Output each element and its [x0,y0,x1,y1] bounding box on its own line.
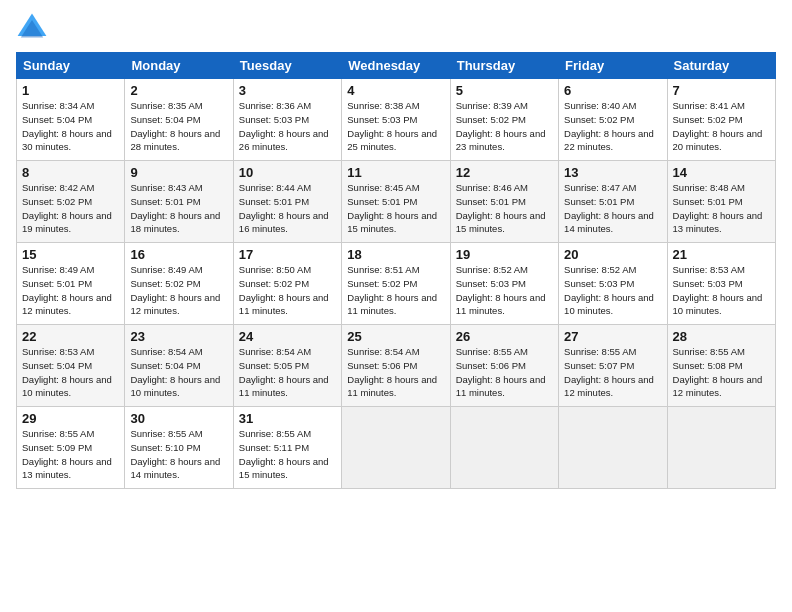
day-info: Sunrise: 8:47 AM Sunset: 5:01 PM Dayligh… [564,181,661,236]
empty-cell-4-4 [450,407,558,489]
day-cell-3: 3 Sunrise: 8:36 AM Sunset: 5:03 PM Dayli… [233,79,341,161]
day-number: 14 [673,165,770,180]
day-info: Sunrise: 8:55 AM Sunset: 5:10 PM Dayligh… [130,427,227,482]
day-info: Sunrise: 8:52 AM Sunset: 5:03 PM Dayligh… [456,263,553,318]
day-info: Sunrise: 8:48 AM Sunset: 5:01 PM Dayligh… [673,181,770,236]
day-info: Sunrise: 8:44 AM Sunset: 5:01 PM Dayligh… [239,181,336,236]
empty-cell-4-5 [559,407,667,489]
day-cell-8: 8 Sunrise: 8:42 AM Sunset: 5:02 PM Dayli… [17,161,125,243]
header-monday: Monday [125,53,233,79]
day-info: Sunrise: 8:41 AM Sunset: 5:02 PM Dayligh… [673,99,770,154]
day-info: Sunrise: 8:52 AM Sunset: 5:03 PM Dayligh… [564,263,661,318]
header [16,12,776,44]
day-cell-6: 6 Sunrise: 8:40 AM Sunset: 5:02 PM Dayli… [559,79,667,161]
day-number: 22 [22,329,119,344]
day-info: Sunrise: 8:55 AM Sunset: 5:08 PM Dayligh… [673,345,770,400]
day-number: 19 [456,247,553,262]
day-number: 12 [456,165,553,180]
day-number: 8 [22,165,119,180]
day-cell-10: 10 Sunrise: 8:44 AM Sunset: 5:01 PM Dayl… [233,161,341,243]
day-number: 20 [564,247,661,262]
calendar: Sunday Monday Tuesday Wednesday Thursday… [16,52,776,489]
week-row-4: 22 Sunrise: 8:53 AM Sunset: 5:04 PM Dayl… [17,325,776,407]
header-saturday: Saturday [667,53,775,79]
day-cell-19: 19 Sunrise: 8:52 AM Sunset: 5:03 PM Dayl… [450,243,558,325]
day-number: 23 [130,329,227,344]
day-cell-4: 4 Sunrise: 8:38 AM Sunset: 5:03 PM Dayli… [342,79,450,161]
day-number: 18 [347,247,444,262]
day-cell-26: 26 Sunrise: 8:55 AM Sunset: 5:06 PM Dayl… [450,325,558,407]
day-cell-18: 18 Sunrise: 8:51 AM Sunset: 5:02 PM Dayl… [342,243,450,325]
empty-cell-4-3 [342,407,450,489]
day-info: Sunrise: 8:55 AM Sunset: 5:11 PM Dayligh… [239,427,336,482]
day-number: 29 [22,411,119,426]
day-number: 4 [347,83,444,98]
day-cell-15: 15 Sunrise: 8:49 AM Sunset: 5:01 PM Dayl… [17,243,125,325]
day-cell-27: 27 Sunrise: 8:55 AM Sunset: 5:07 PM Dayl… [559,325,667,407]
day-cell-20: 20 Sunrise: 8:52 AM Sunset: 5:03 PM Dayl… [559,243,667,325]
day-cell-21: 21 Sunrise: 8:53 AM Sunset: 5:03 PM Dayl… [667,243,775,325]
day-number: 16 [130,247,227,262]
day-info: Sunrise: 8:45 AM Sunset: 5:01 PM Dayligh… [347,181,444,236]
day-info: Sunrise: 8:53 AM Sunset: 5:04 PM Dayligh… [22,345,119,400]
day-info: Sunrise: 8:42 AM Sunset: 5:02 PM Dayligh… [22,181,119,236]
day-number: 17 [239,247,336,262]
day-info: Sunrise: 8:40 AM Sunset: 5:02 PM Dayligh… [564,99,661,154]
day-info: Sunrise: 8:55 AM Sunset: 5:09 PM Dayligh… [22,427,119,482]
day-info: Sunrise: 8:49 AM Sunset: 5:01 PM Dayligh… [22,263,119,318]
day-info: Sunrise: 8:54 AM Sunset: 5:05 PM Dayligh… [239,345,336,400]
empty-cell-4-6 [667,407,775,489]
day-number: 30 [130,411,227,426]
day-info: Sunrise: 8:46 AM Sunset: 5:01 PM Dayligh… [456,181,553,236]
day-info: Sunrise: 8:38 AM Sunset: 5:03 PM Dayligh… [347,99,444,154]
day-cell-12: 12 Sunrise: 8:46 AM Sunset: 5:01 PM Dayl… [450,161,558,243]
day-info: Sunrise: 8:54 AM Sunset: 5:06 PM Dayligh… [347,345,444,400]
day-cell-14: 14 Sunrise: 8:48 AM Sunset: 5:01 PM Dayl… [667,161,775,243]
day-info: Sunrise: 8:34 AM Sunset: 5:04 PM Dayligh… [22,99,119,154]
day-cell-30: 30 Sunrise: 8:55 AM Sunset: 5:10 PM Dayl… [125,407,233,489]
day-cell-25: 25 Sunrise: 8:54 AM Sunset: 5:06 PM Dayl… [342,325,450,407]
day-number: 10 [239,165,336,180]
day-number: 26 [456,329,553,344]
day-info: Sunrise: 8:51 AM Sunset: 5:02 PM Dayligh… [347,263,444,318]
day-info: Sunrise: 8:36 AM Sunset: 5:03 PM Dayligh… [239,99,336,154]
day-cell-13: 13 Sunrise: 8:47 AM Sunset: 5:01 PM Dayl… [559,161,667,243]
week-row-2: 8 Sunrise: 8:42 AM Sunset: 5:02 PM Dayli… [17,161,776,243]
week-row-1: 1 Sunrise: 8:34 AM Sunset: 5:04 PM Dayli… [17,79,776,161]
day-info: Sunrise: 8:54 AM Sunset: 5:04 PM Dayligh… [130,345,227,400]
day-cell-23: 23 Sunrise: 8:54 AM Sunset: 5:04 PM Dayl… [125,325,233,407]
day-cell-29: 29 Sunrise: 8:55 AM Sunset: 5:09 PM Dayl… [17,407,125,489]
header-friday: Friday [559,53,667,79]
day-info: Sunrise: 8:43 AM Sunset: 5:01 PM Dayligh… [130,181,227,236]
header-sunday: Sunday [17,53,125,79]
logo-icon [16,12,48,44]
week-row-5: 29 Sunrise: 8:55 AM Sunset: 5:09 PM Dayl… [17,407,776,489]
page: Sunday Monday Tuesday Wednesday Thursday… [0,0,792,612]
header-wednesday: Wednesday [342,53,450,79]
day-cell-22: 22 Sunrise: 8:53 AM Sunset: 5:04 PM Dayl… [17,325,125,407]
day-number: 7 [673,83,770,98]
day-number: 1 [22,83,119,98]
day-number: 21 [673,247,770,262]
day-cell-28: 28 Sunrise: 8:55 AM Sunset: 5:08 PM Dayl… [667,325,775,407]
day-info: Sunrise: 8:50 AM Sunset: 5:02 PM Dayligh… [239,263,336,318]
day-cell-31: 31 Sunrise: 8:55 AM Sunset: 5:11 PM Dayl… [233,407,341,489]
day-info: Sunrise: 8:53 AM Sunset: 5:03 PM Dayligh… [673,263,770,318]
weekday-header-row: Sunday Monday Tuesday Wednesday Thursday… [17,53,776,79]
day-cell-7: 7 Sunrise: 8:41 AM Sunset: 5:02 PM Dayli… [667,79,775,161]
day-cell-17: 17 Sunrise: 8:50 AM Sunset: 5:02 PM Dayl… [233,243,341,325]
header-tuesday: Tuesday [233,53,341,79]
day-info: Sunrise: 8:55 AM Sunset: 5:06 PM Dayligh… [456,345,553,400]
day-number: 24 [239,329,336,344]
day-info: Sunrise: 8:49 AM Sunset: 5:02 PM Dayligh… [130,263,227,318]
day-cell-1: 1 Sunrise: 8:34 AM Sunset: 5:04 PM Dayli… [17,79,125,161]
day-number: 5 [456,83,553,98]
day-number: 2 [130,83,227,98]
day-number: 15 [22,247,119,262]
day-number: 6 [564,83,661,98]
day-number: 9 [130,165,227,180]
day-cell-9: 9 Sunrise: 8:43 AM Sunset: 5:01 PM Dayli… [125,161,233,243]
day-number: 13 [564,165,661,180]
day-cell-16: 16 Sunrise: 8:49 AM Sunset: 5:02 PM Dayl… [125,243,233,325]
day-number: 11 [347,165,444,180]
